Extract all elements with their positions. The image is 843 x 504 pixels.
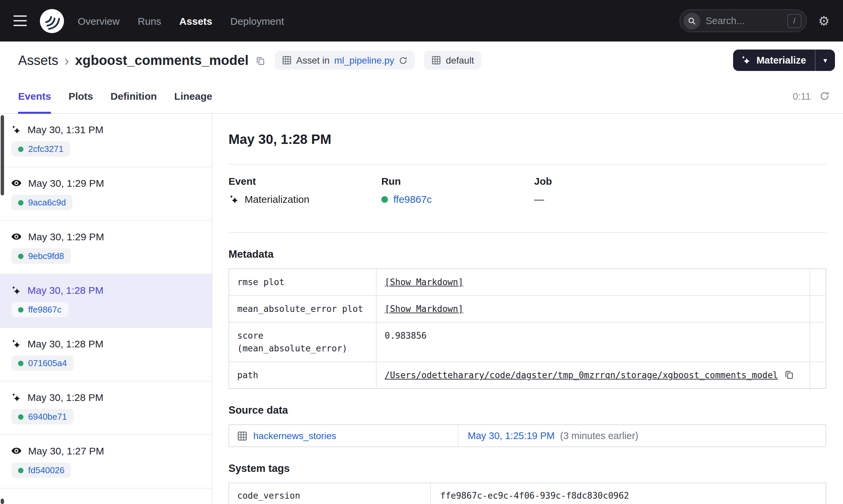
run-id-pill[interactable]: 6940be71 (12, 409, 74, 424)
event-summary: Event Materialization Run ffe9867c Job — (228, 175, 826, 205)
nav-overview[interactable]: Overview (78, 15, 120, 26)
top-nav: Overview Runs Assets Deployment / ⚙︎ (0, 0, 843, 41)
sidebar-scrollbar-thumb[interactable] (1, 115, 4, 195)
sparkle-icon (740, 55, 751, 66)
observation-icon (11, 177, 22, 189)
asset-group-tag[interactable]: Asset in ml_pipeline.py (275, 51, 415, 70)
run-status-dot (18, 468, 23, 473)
body: May 30, 1:31 PM 2cfc3271 May 30, 1:29 PM… (0, 114, 843, 504)
event-list-item[interactable]: May 30, 1:31 PM 2cfc3271 (0, 114, 212, 167)
tab-definition[interactable]: Definition (110, 79, 157, 113)
event-type-value: Materialization (245, 193, 309, 205)
table-grid-icon (282, 56, 292, 65)
settings-gear-icon[interactable]: ⚙︎ (818, 14, 830, 27)
search-box[interactable]: / (679, 10, 807, 32)
menu-icon[interactable] (12, 14, 28, 27)
event-time: May 30, 1:28 PM (28, 338, 104, 349)
event-list: May 30, 1:31 PM 2cfc3271 May 30, 1:29 PM… (0, 114, 212, 504)
search-icon (684, 12, 700, 29)
run-status-dot (18, 146, 23, 151)
run-id: ffe9867c (28, 305, 61, 314)
event-list-item-selected[interactable]: May 30, 1:28 PM ffe9867c (0, 274, 212, 328)
event-list-item[interactable]: May 30, 1:29 PM 9aca6c9d (0, 167, 212, 221)
run-id-pill[interactable]: 2cfc3271 (12, 141, 70, 157)
event-time: May 30, 1:28 PM (28, 392, 104, 403)
system-tags-heading: System tags (228, 462, 826, 474)
event-list-item[interactable]: May 30, 1:27 PM fd540026 (0, 435, 212, 489)
run-id-pill[interactable]: 071605a4 (12, 355, 74, 371)
event-list-item[interactable]: May 30, 1:29 PM 9ebc9fd8 (0, 221, 212, 274)
event-list-item[interactable]: May 30, 1:28 PM 071605a4 (0, 328, 212, 381)
pipeline-file-link[interactable]: ml_pipeline.py (334, 55, 394, 66)
event-label: Event (228, 175, 381, 187)
metadata-value: [Show Markdown] (377, 295, 809, 322)
reload-code-icon[interactable] (399, 56, 408, 65)
default-group-label: default (446, 55, 474, 66)
summary-run: Run ffe9867c (381, 175, 534, 205)
event-time: May 30, 1:31 PM (28, 124, 104, 135)
source-data-heading: Source data (228, 403, 826, 416)
summary-job: Job — (534, 175, 687, 205)
source-data-table: hackernews_stories May 30, 1:25:19 PM (3… (228, 424, 826, 447)
asset-group-default-tag[interactable]: default (425, 51, 481, 70)
observation-icon (11, 231, 22, 242)
table-grid-icon (237, 431, 247, 441)
event-detail-title: May 30, 1:28 PM (228, 131, 826, 147)
metadata-action-cell (809, 295, 826, 322)
tab-plots[interactable]: Plots (68, 79, 93, 113)
metadata-action-cell (809, 322, 826, 361)
metadata-table: rmse plot [Show Markdown] mean_absolute_… (228, 268, 826, 389)
nav-runs[interactable]: Runs (138, 15, 161, 26)
run-id-pill[interactable]: ffe9867c (12, 302, 68, 317)
materialization-icon (11, 392, 21, 402)
show-markdown-link[interactable]: [Show Markdown] (385, 304, 463, 314)
nav-deployment[interactable]: Deployment (230, 15, 284, 26)
observation-icon (11, 445, 22, 456)
job-value: — (534, 193, 544, 205)
refresh-status: 0:11 (793, 91, 830, 102)
refresh-icon[interactable] (820, 91, 830, 101)
run-id-pill[interactable]: 9aca6c9d (12, 195, 73, 210)
event-time: May 30, 1:28 PM (28, 285, 104, 296)
app-window: Overview Runs Assets Deployment / ⚙︎ Ass… (0, 0, 843, 504)
run-id: 9aca6c9d (28, 197, 66, 208)
breadcrumb-assets-link[interactable]: Assets (18, 53, 58, 68)
show-markdown-link[interactable]: [Show Markdown] (385, 277, 463, 287)
asset-page-header: Assets › xgboost_comments_model Asset in… (0, 41, 843, 79)
refresh-timer: 0:11 (793, 91, 811, 102)
run-status-dot (18, 360, 23, 366)
materialization-icon (11, 124, 21, 135)
storage-path-link[interactable]: /Users/odetteharary/code/dagster/tmp_0mz… (385, 369, 778, 381)
materialize-button[interactable]: Materialize (733, 50, 815, 71)
run-id: fd540026 (28, 465, 64, 475)
tab-lineage[interactable]: Lineage (174, 79, 212, 113)
score-value: 0.983856 (385, 331, 427, 341)
event-time: May 30, 1:27 PM (28, 445, 104, 456)
run-id-link[interactable]: ffe9867c (393, 193, 432, 205)
search-input[interactable] (706, 15, 782, 26)
metadata-value: 0.983856 (377, 322, 809, 361)
primary-nav: Overview Runs Assets Deployment (78, 15, 284, 26)
run-status-dot (18, 307, 23, 312)
run-id-pill[interactable]: 9ebc9fd8 (12, 248, 71, 264)
materialize-dropdown-caret[interactable]: ▾ (815, 50, 835, 71)
sidebar-scrollbar-thumb[interactable] (1, 499, 4, 504)
materialization-icon (11, 285, 21, 295)
run-id-pill[interactable]: fd540026 (12, 463, 71, 478)
dagster-logo[interactable] (39, 8, 64, 33)
event-list-item[interactable]: May 30, 1:28 PM 6940be71 (0, 381, 212, 435)
run-status-dot (381, 196, 388, 202)
dagster-logo-icon (39, 8, 64, 33)
copy-path-icon[interactable] (784, 370, 794, 379)
source-asset-link[interactable]: hackernews_stories (253, 430, 336, 441)
nav-assets[interactable]: Assets (179, 15, 212, 26)
system-tags-table: code_version ffe9867c-ec9c-4f06-939c-f8d… (228, 483, 826, 504)
materialize-label: Materialize (757, 55, 806, 66)
tab-events[interactable]: Events (18, 79, 51, 113)
source-materialization-time-link[interactable]: May 30, 1:25:19 PM (468, 430, 555, 441)
run-status-dot (18, 414, 23, 419)
copy-asset-name-icon[interactable] (255, 55, 265, 65)
materialize-split-button: Materialize ▾ (733, 50, 835, 71)
run-status-dot (18, 200, 23, 205)
materialization-icon (228, 194, 239, 204)
